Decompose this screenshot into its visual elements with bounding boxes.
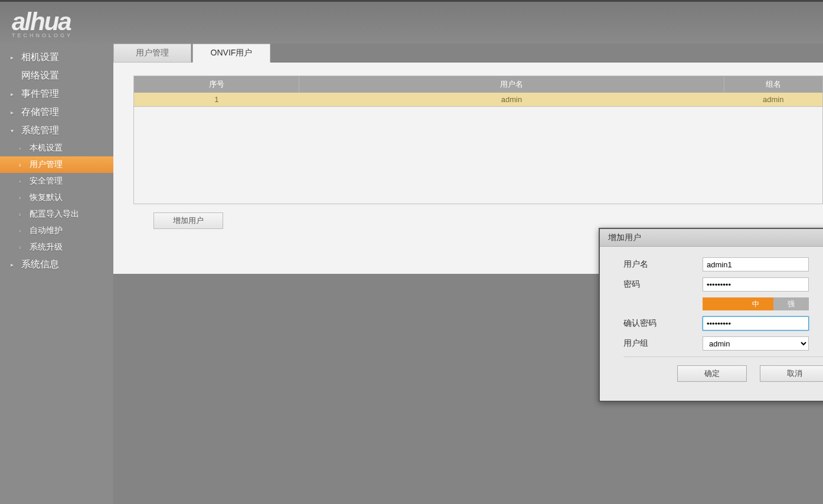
username-input[interactable] [703,257,809,271]
cell-group: admin [724,93,823,107]
dialog-footer: 确定 取消 [623,356,823,394]
sidebar-item-6[interactable]: ›用户管理 [0,156,113,173]
caret-icon: ▸ [11,109,18,116]
user-group-select[interactable]: admin [703,336,809,351]
strength-mid: 中 [738,297,773,310]
sidebar-item-5[interactable]: ›本机设置 [0,140,113,156]
add-user-button[interactable]: 增加用户 [154,212,223,229]
strength-high: 强 [773,297,809,310]
cancel-button[interactable]: 取消 [760,365,823,382]
password-input[interactable] [703,277,809,292]
sidebar-item-7[interactable]: ›安全管理 [0,173,113,189]
sidebar-item-label: 网络设置 [21,70,59,82]
brand-subtitle: TECHNOLOGY [12,32,73,38]
sidebar-item-4[interactable]: ▾系统管理 [0,122,113,140]
label-confirm-password: 确认密码 [623,318,703,329]
caret-icon: › [19,178,26,185]
caret-icon: ▾ [11,127,18,134]
main-area: 用户管理ONVIF用户 序号 用户名 组名 1adminadmin 增加用户 [113,44,823,504]
sidebar-item-label: 存储管理 [21,106,59,119]
tab-bar: 用户管理ONVIF用户 [113,44,823,63]
sidebar-item-10[interactable]: ›自动维护 [0,222,113,239]
sidebar: ▸相机设置网络设置▸事件管理▸存储管理▾系统管理›本机设置›用户管理›安全管理›… [0,44,113,504]
sidebar-item-9[interactable]: ›配置导入导出 [0,206,113,222]
sidebar-item-3[interactable]: ▸存储管理 [0,103,113,122]
col-header-group: 组名 [724,76,823,93]
sidebar-item-label: 事件管理 [21,88,59,100]
sidebar-item-label: 恢复默认 [30,192,63,203]
tab-0[interactable]: 用户管理 [113,44,191,63]
sidebar-item-8[interactable]: ›恢复默认 [0,189,113,206]
strength-low [703,297,738,310]
dialog-body: 用户名 密码 中 强 确认密码 用户组 [600,247,823,401]
top-bar: alhua TECHNOLOGY [0,0,823,44]
cell-user: admin [299,93,724,107]
dialog-title: 增加用户 [608,233,641,243]
label-user-group: 用户组 [623,338,703,349]
sidebar-item-label: 相机设置 [21,51,59,64]
cell-num: 1 [134,93,299,107]
caret-icon: › [19,162,26,168]
sidebar-item-2[interactable]: ▸事件管理 [0,85,113,103]
label-password: 密码 [623,279,703,290]
col-header-username: 用户名 [299,76,724,93]
sidebar-item-label: 配置导入导出 [30,209,79,220]
caret-icon: ▸ [11,261,18,268]
sidebar-item-0[interactable]: ▸相机设置 [0,48,113,67]
sidebar-item-11[interactable]: ›系统升级 [0,239,113,256]
caret-icon: ▸ [11,54,18,61]
sidebar-item-1[interactable]: 网络设置 [0,67,113,85]
sidebar-item-12[interactable]: ▸系统信息 [0,256,113,274]
table-empty-area [133,107,823,204]
sidebar-item-label: 用户管理 [30,159,63,170]
caret-icon: › [19,211,26,218]
confirm-password-input[interactable] [703,316,809,330]
dialog-header[interactable]: 增加用户 ✕ [600,229,823,247]
sidebar-item-label: 系统升级 [30,242,63,253]
brand-name: alhua [12,8,73,36]
sidebar-item-label: 系统信息 [21,258,59,271]
col-header-number: 序号 [134,76,299,93]
caret-icon: › [19,244,26,251]
label-username: 用户名 [623,259,703,270]
sidebar-item-label: 本机设置 [30,143,63,153]
password-strength-meter: 中 强 [703,297,823,310]
table-row[interactable]: 1adminadmin [134,93,823,107]
sidebar-item-label: 安全管理 [30,176,63,186]
user-table: 序号 用户名 组名 1adminadmin [133,76,823,107]
table-area: 序号 用户名 组名 1adminadmin 增加用户 [113,63,823,229]
caret-icon: ▸ [11,91,18,97]
sidebar-item-label: 系统管理 [21,125,59,137]
ok-button[interactable]: 确定 [677,365,747,382]
caret-icon: › [19,145,26,152]
sidebar-item-label: 自动维护 [30,225,63,236]
add-user-dialog: 增加用户 ✕ 用户名 密码 中 强 确认密码 [599,228,823,402]
brand-logo: alhua TECHNOLOGY [12,8,73,38]
caret-icon: › [19,195,26,201]
caret-icon: › [19,228,26,234]
tab-1[interactable]: ONVIF用户 [192,44,270,63]
